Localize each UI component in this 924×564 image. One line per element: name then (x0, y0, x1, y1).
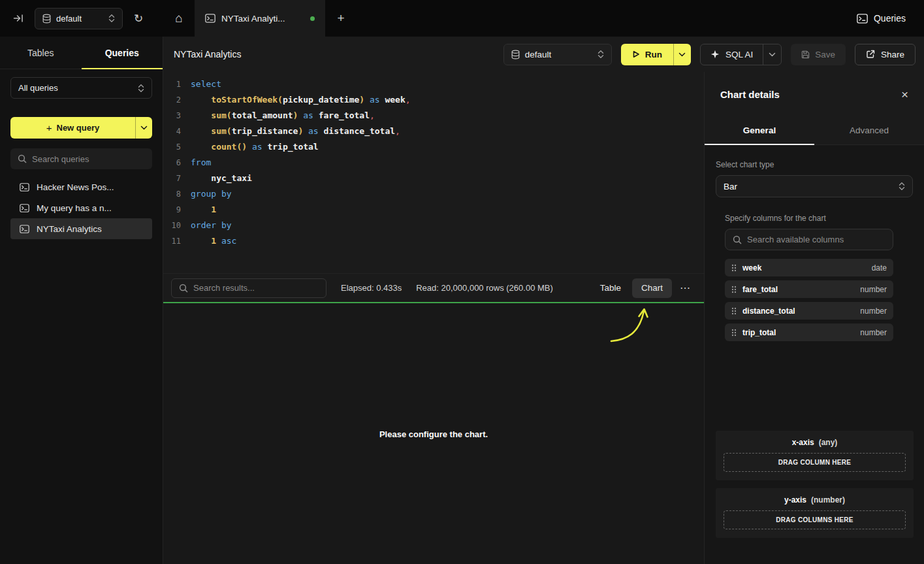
chart-columns-list: weekdatefare_totalnumberdistance_totalnu… (725, 259, 893, 341)
drag-handle-icon[interactable] (731, 329, 737, 337)
code-line: 11 1 asc (163, 233, 704, 249)
tab-general[interactable]: General (705, 116, 814, 144)
panel-body: Select chart type Bar Specify columns fo… (705, 145, 924, 564)
query-filter-select[interactable]: All queries (10, 77, 152, 99)
column-name: trip_total (742, 328, 776, 337)
queries-button-label: Queries (874, 13, 906, 24)
sql-editor[interactable]: 1select2 toStartOfWeek(pickup_datetime) … (163, 72, 704, 273)
run-button[interactable]: Run (621, 44, 691, 65)
drag-handle-icon[interactable] (731, 264, 737, 272)
sql-ai-main[interactable]: SQL AI (701, 44, 763, 65)
chart-type-label: Select chart type (716, 160, 913, 169)
database-icon (42, 14, 51, 24)
chart-type-select[interactable]: Bar (716, 175, 913, 197)
column-type: number (860, 285, 887, 294)
chart-column-item[interactable]: fare_totalnumber (725, 280, 893, 298)
new-query-button[interactable]: + New query (10, 117, 152, 139)
y-axis-drop-zone[interactable]: DRAG COLUMNS HERE (724, 510, 906, 529)
sidebar-tab-queries[interactable]: Queries (82, 37, 163, 69)
code-line: 4 sum(trip_distance) as distance_total, (163, 124, 704, 139)
collapse-panel-icon (13, 14, 24, 23)
tab-strip: ⌂ NYTaxi Analyti... + (163, 0, 357, 37)
close-icon[interactable]: × (901, 88, 908, 101)
line-number: 3 (163, 108, 191, 124)
new-tab-button[interactable]: + (325, 0, 357, 37)
collapse-sidebar-button[interactable] (13, 14, 24, 23)
code-line: 9 1 (163, 202, 704, 218)
sparkle-icon (710, 50, 720, 59)
chart-column-item[interactable]: distance_totalnumber (725, 302, 893, 320)
columns-label: Specify columns for the chart (725, 214, 893, 223)
columns-search-input[interactable] (747, 235, 885, 244)
play-icon (632, 50, 640, 58)
run-options-button[interactable] (673, 44, 691, 65)
drag-handle-icon[interactable] (731, 286, 737, 293)
y-axis-type-hint: (number) (811, 495, 845, 505)
results-search[interactable] (171, 278, 327, 298)
database-value: default (525, 50, 552, 59)
code-line: 8group by (163, 186, 704, 202)
console-icon (20, 225, 29, 233)
run-main[interactable]: Run (621, 44, 673, 65)
columns-search[interactable] (725, 229, 893, 250)
refresh-button[interactable]: ↻ (134, 12, 143, 25)
tab-home[interactable]: ⌂ (163, 0, 195, 37)
x-axis-drop-zone[interactable]: DRAG COLUMN HERE (724, 453, 906, 472)
sql-ai-button[interactable]: SQL AI (700, 44, 782, 65)
select-chevrons-icon (899, 182, 905, 191)
code-line: 5 count() as trip_total (163, 139, 704, 155)
database-select[interactable]: default (503, 44, 612, 65)
sidebar-tab-tables[interactable]: Tables (0, 37, 82, 69)
editor-pane: 1select2 toStartOfWeek(pickup_datetime) … (163, 72, 704, 564)
panel-header: Chart details × (705, 72, 924, 116)
chart-column-item[interactable]: trip_totalnumber (725, 323, 893, 341)
more-options-button[interactable]: ⋯ (674, 282, 696, 294)
code-line: 7 nyc_taxi (163, 171, 704, 186)
sidebar-query-item[interactable]: Hacker News Pos... (10, 176, 152, 197)
chevron-down-icon (678, 52, 686, 57)
chevron-down-icon (769, 52, 776, 57)
topbar-left: default ↻ (0, 0, 163, 37)
x-axis-section: x-axis(any) DRAG COLUMN HERE (716, 431, 914, 480)
save-button[interactable]: Save (791, 44, 846, 65)
save-label: Save (815, 50, 835, 59)
query-item-label: My query has a n... (37, 203, 112, 213)
chart-view-button[interactable]: Chart (632, 278, 672, 298)
column-type: number (860, 328, 887, 337)
refresh-icon: ↻ (134, 12, 143, 25)
console-icon (857, 14, 868, 24)
drag-handle-icon[interactable] (731, 307, 737, 315)
editor-toolbar: NYTaxi Analytics default (163, 37, 924, 72)
home-icon: ⌂ (175, 11, 182, 25)
plus-icon: + (46, 122, 52, 133)
topbar-database-select[interactable]: default (35, 8, 123, 29)
column-name: week (742, 263, 761, 273)
elapsed-time: Elapsed: 0.433s (341, 283, 402, 293)
new-query-main[interactable]: + New query (10, 117, 135, 139)
plus-icon: + (337, 11, 344, 25)
code-line: 2 toStartOfWeek(pickup_datetime) as week… (163, 92, 704, 108)
sidebar-search[interactable] (10, 148, 152, 169)
share-button[interactable]: Share (855, 44, 916, 65)
sidebar-search-input[interactable] (32, 154, 145, 164)
share-label: Share (881, 50, 904, 59)
line-number: 2 (163, 92, 191, 108)
results-search-input[interactable] (193, 283, 319, 293)
search-icon (733, 235, 742, 244)
tab-advanced[interactable]: Advanced (814, 116, 924, 144)
queries-button[interactable]: Queries (857, 13, 906, 24)
tab-nytaxi-analytics[interactable]: NYTaxi Analyti... (195, 0, 325, 37)
sidebar-query-item[interactable]: NYTaxi Analytics (10, 218, 152, 239)
new-query-dropdown-button[interactable] (135, 117, 152, 139)
table-view-button[interactable]: Table (591, 278, 630, 298)
view-toggle: Table Chart ⋯ (591, 278, 696, 298)
panel-tabs: General Advanced (705, 116, 924, 145)
sidebar-query-item[interactable]: My query has a n... (10, 197, 152, 218)
x-axis-type-hint: (any) (819, 438, 838, 447)
select-chevrons-icon (108, 14, 115, 23)
sql-ai-dropdown-button[interactable] (763, 44, 781, 65)
code-line: 6from (163, 155, 704, 171)
line-number: 5 (163, 139, 191, 155)
chart-column-item[interactable]: weekdate (725, 259, 893, 276)
select-chevrons-icon (138, 84, 144, 93)
